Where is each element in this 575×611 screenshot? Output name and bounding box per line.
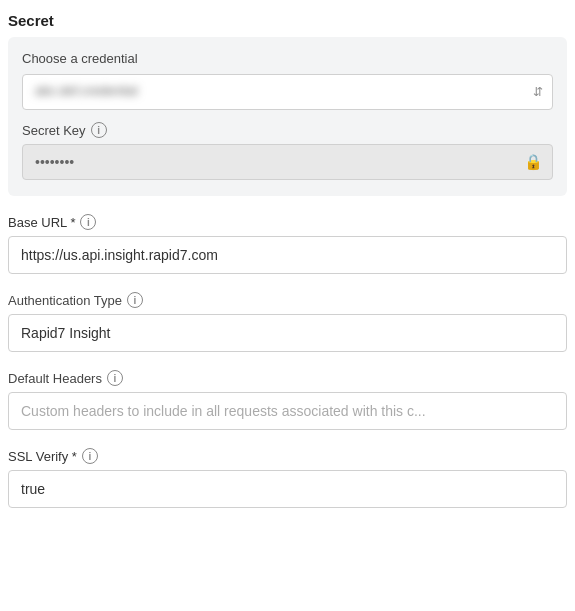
credential-label: Choose a credential (22, 51, 553, 66)
ssl-verify-label-text: SSL Verify * (8, 449, 77, 464)
secret-key-input[interactable] (22, 144, 553, 180)
secret-section-title: Secret (8, 12, 567, 29)
secret-key-label-text: Secret Key (22, 123, 86, 138)
credential-select-display[interactable]: abc.def.credential (22, 74, 553, 110)
auth-type-group: Authentication Type i (8, 292, 567, 352)
default-headers-info-icon[interactable]: i (107, 370, 123, 386)
secret-key-info-icon[interactable]: i (91, 122, 107, 138)
base-url-label-group: Base URL * i (8, 214, 567, 230)
secret-key-label-group: Secret Key i (22, 122, 553, 138)
base-url-label-text: Base URL * (8, 215, 75, 230)
ssl-verify-group: SSL Verify * i (8, 448, 567, 508)
default-headers-group: Default Headers i (8, 370, 567, 430)
ssl-verify-label-group: SSL Verify * i (8, 448, 567, 464)
default-headers-input[interactable] (8, 392, 567, 430)
secret-section: Secret Choose a credential abc.def.crede… (8, 12, 567, 196)
auth-type-label-text: Authentication Type (8, 293, 122, 308)
ssl-verify-input[interactable] (8, 470, 567, 508)
credential-select-wrapper[interactable]: abc.def.credential ⇵ (22, 74, 553, 110)
credential-blurred-value: abc.def.credential (35, 83, 138, 98)
default-headers-label-text: Default Headers (8, 371, 102, 386)
base-url-input[interactable] (8, 236, 567, 274)
ssl-verify-info-icon[interactable]: i (82, 448, 98, 464)
secret-box: Choose a credential abc.def.credential ⇵… (8, 37, 567, 196)
auth-type-label-group: Authentication Type i (8, 292, 567, 308)
default-headers-label-group: Default Headers i (8, 370, 567, 386)
base-url-info-icon[interactable]: i (80, 214, 96, 230)
auth-type-info-icon[interactable]: i (127, 292, 143, 308)
base-url-group: Base URL * i (8, 214, 567, 274)
auth-type-input[interactable] (8, 314, 567, 352)
secret-key-input-wrapper: 🔒 (22, 144, 553, 180)
